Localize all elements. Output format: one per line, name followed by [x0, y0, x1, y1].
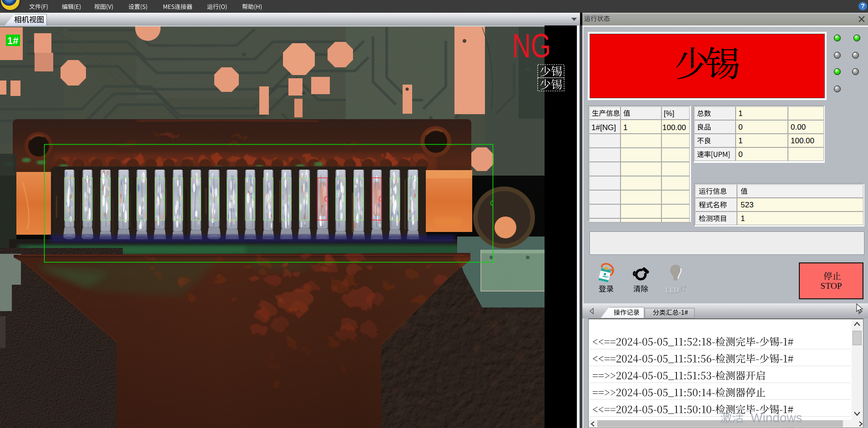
- svg-text:NG: NG: [512, 27, 551, 65]
- svg-text:1#: 1#: [7, 35, 18, 46]
